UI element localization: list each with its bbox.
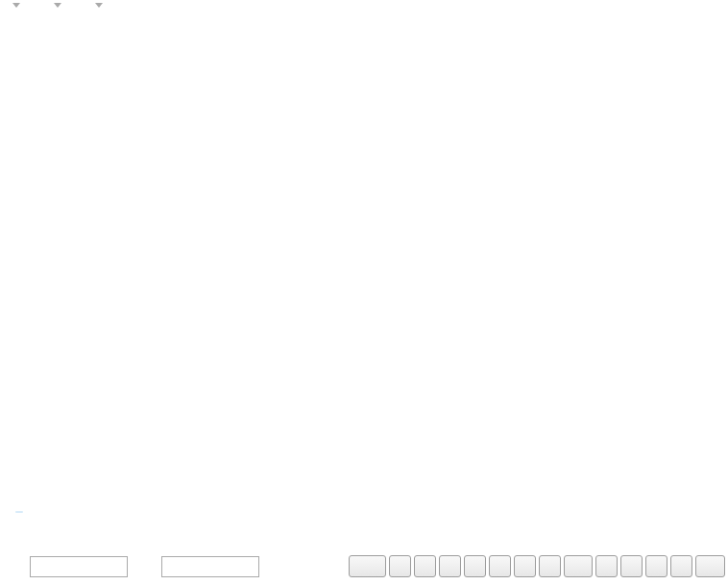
y-axis-label [15,48,21,50]
price-chart[interactable] [0,55,728,495]
range-button-max[interactable] [695,555,725,577]
navigator-year-label [15,511,23,513]
range-controls [0,555,728,580]
range-button-tick[interactable] [349,555,386,577]
range-button-5y[interactable] [670,555,692,577]
range-button-3y[interactable] [620,555,643,577]
from-date-input[interactable] [30,556,128,577]
to-date-input[interactable] [161,556,259,577]
range-button-3m[interactable] [514,555,536,577]
range-button-1m[interactable] [464,555,486,577]
range-button-ytd[interactable] [564,555,593,577]
navigator-year-label [573,511,581,513]
range-button-1d[interactable] [389,555,411,577]
navigator[interactable] [0,507,728,548]
chart-area [0,0,728,585]
range-button-2m[interactable] [489,555,511,577]
range-button-2y[interactable] [595,555,618,577]
y-axis-label [15,264,21,266]
navigator-year-label [280,511,288,513]
y-axis-label [15,157,21,158]
range-button-3d[interactable] [414,555,436,577]
range-button-1y[interactable] [539,555,561,577]
range-buttons [349,555,725,577]
y-axis-label [15,372,21,374]
range-button-4y[interactable] [645,555,667,577]
y-axis-label [15,480,21,482]
chart-app [0,0,728,585]
range-button-5d[interactable] [439,555,461,577]
